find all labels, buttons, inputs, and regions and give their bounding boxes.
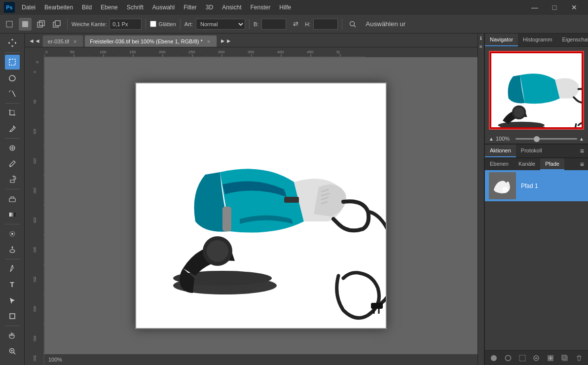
- text-tool[interactable]: T: [5, 277, 20, 292]
- menu-ansicht[interactable]: Ansicht: [218, 3, 245, 12]
- h-input[interactable]: [313, 19, 338, 30]
- svg-text:400: 400: [277, 50, 284, 54]
- navigator-panel: Navigator Histogramm Eigenschaf Korrektu…: [485, 34, 588, 144]
- layers-panel-icon[interactable]: ≡: [479, 44, 482, 49]
- canvas-document: [135, 82, 387, 329]
- selection-add-btn[interactable]: [35, 18, 47, 31]
- tab-bar: ◄◄ er-035.tif × Freisteller-036.tif bei …: [25, 34, 478, 47]
- b-label: B:: [254, 21, 258, 27]
- tab-eigenschaf[interactable]: Eigenschaf: [557, 34, 588, 46]
- svg-rect-19: [9, 213, 15, 217]
- svg-text:350: 350: [248, 50, 255, 54]
- svg-point-107: [498, 122, 545, 129]
- menu-hilfe[interactable]: Hilfe: [275, 3, 295, 12]
- load-selection-btn[interactable]: [517, 353, 527, 363]
- zoom-tool[interactable]: [5, 344, 20, 359]
- svg-rect-120: [562, 355, 566, 360]
- delete-path-btn[interactable]: [574, 353, 584, 363]
- tab-protokoll[interactable]: Protokoll: [516, 145, 547, 157]
- menu-ebene[interactable]: Ebene: [97, 3, 122, 12]
- svg-point-100: [207, 240, 228, 262]
- tab-right-arrow[interactable]: ►►: [218, 35, 234, 47]
- svg-text:200: 200: [159, 50, 166, 54]
- tab-aktionen[interactable]: Aktionen: [485, 145, 516, 157]
- lasso-tool[interactable]: [5, 71, 20, 85]
- svg-rect-5: [55, 21, 60, 26]
- canvas-container: 0 50 100 150 200 250 300 350 400: [25, 47, 478, 365]
- layers-menu-btn[interactable]: ≡: [576, 158, 588, 170]
- auswahl-btn[interactable]: Auswählen ur: [362, 18, 409, 31]
- glaetten-check[interactable]: [150, 21, 156, 27]
- stamp-tool[interactable]: [5, 172, 20, 187]
- tab-pfade[interactable]: Pfade: [540, 158, 564, 170]
- stroke-path-btn[interactable]: [503, 353, 513, 363]
- selection-square-btn[interactable]: [19, 18, 32, 31]
- new-path-btn[interactable]: [546, 353, 555, 363]
- doc-tab-2[interactable]: Freisteller-036.tif bei 100% (Ebene 1, R…: [84, 35, 217, 47]
- tab-ebenen[interactable]: Ebenen: [485, 158, 514, 170]
- move-tool[interactable]: [5, 36, 20, 50]
- maximize-button[interactable]: □: [545, 0, 564, 15]
- tab-left-arrow[interactable]: ◄◄: [27, 35, 42, 47]
- eraser-tool[interactable]: [5, 191, 20, 206]
- dodge-tool[interactable]: [5, 242, 20, 257]
- menu-auswahl[interactable]: Auswahl: [148, 3, 179, 12]
- zoom-out-btn[interactable]: ▲: [489, 136, 494, 142]
- b-input[interactable]: [261, 19, 286, 30]
- tab-kanaele[interactable]: Kanäle: [514, 158, 540, 170]
- make-mask-btn[interactable]: [531, 353, 541, 363]
- zoom-slider-track[interactable]: [515, 138, 577, 140]
- tab1-label: er-035.tif: [48, 38, 69, 44]
- svg-point-25: [11, 265, 13, 267]
- path-select-tool[interactable]: [5, 293, 20, 308]
- menu-3d[interactable]: 3D: [202, 3, 217, 12]
- path-item-1[interactable]: Pfad 1: [485, 170, 588, 201]
- close-button[interactable]: ✕: [564, 0, 584, 15]
- search-btn[interactable]: [346, 18, 359, 31]
- gradient-tool[interactable]: [5, 207, 20, 222]
- zoom-slider-thumb[interactable]: [534, 136, 540, 142]
- glaetten-checkbox[interactable]: Glätten: [150, 21, 176, 27]
- svg-text:200: 200: [33, 187, 37, 193]
- canvas-scroll[interactable]: [44, 57, 478, 354]
- selection-rect-btn[interactable]: [3, 18, 16, 31]
- fill-path-btn[interactable]: [489, 353, 499, 363]
- rect-select-tool[interactable]: [5, 55, 20, 70]
- menu-bearbeiten[interactable]: Bearbeiten: [40, 3, 77, 12]
- pen-tool[interactable]: [5, 261, 20, 276]
- healing-tool[interactable]: [5, 141, 20, 155]
- eyedropper-tool[interactable]: [5, 121, 20, 136]
- weiche-kante-input[interactable]: [110, 19, 142, 30]
- tool-sep-1: [5, 52, 20, 53]
- crop-tool[interactable]: [5, 106, 20, 120]
- swap-btn[interactable]: ⇄: [289, 18, 302, 31]
- svg-point-21: [11, 233, 13, 235]
- menu-bild[interactable]: Bild: [78, 3, 96, 12]
- brush-tool[interactable]: [5, 156, 20, 171]
- tab1-close[interactable]: ×: [72, 38, 78, 44]
- hand-tool[interactable]: [5, 328, 20, 343]
- blur-tool[interactable]: [5, 226, 20, 241]
- duplicate-path-btn[interactable]: [560, 353, 570, 363]
- minimize-button[interactable]: —: [525, 0, 545, 15]
- tab-navigator[interactable]: Navigator: [485, 34, 518, 46]
- menu-datei[interactable]: Datei: [18, 3, 39, 12]
- menu-filter[interactable]: Filter: [180, 3, 201, 12]
- svg-text:450: 450: [33, 335, 37, 341]
- selection-sub-btn[interactable]: [50, 18, 63, 31]
- svg-text:150: 150: [129, 50, 136, 54]
- shape-tool[interactable]: [5, 309, 20, 324]
- menu-schrift[interactable]: Schrift: [123, 3, 147, 12]
- document-area: ◄◄ er-035.tif × Freisteller-036.tif bei …: [25, 34, 478, 365]
- tab-histogramm[interactable]: Histogramm: [518, 34, 557, 46]
- layers-spacer: [485, 201, 588, 350]
- doc-tab-1[interactable]: er-035.tif ×: [42, 35, 83, 47]
- zoom-in-btn[interactable]: ▲: [579, 136, 584, 142]
- art-select[interactable]: Normal: [196, 19, 245, 30]
- tab2-close[interactable]: ×: [206, 38, 212, 44]
- aktionen-menu-btn[interactable]: ≡: [576, 145, 588, 157]
- menu-fenster[interactable]: Fenster: [247, 3, 275, 12]
- svg-text:50: 50: [33, 100, 37, 104]
- magic-wand-tool[interactable]: [5, 86, 20, 101]
- info-icon[interactable]: ℹ: [480, 36, 482, 41]
